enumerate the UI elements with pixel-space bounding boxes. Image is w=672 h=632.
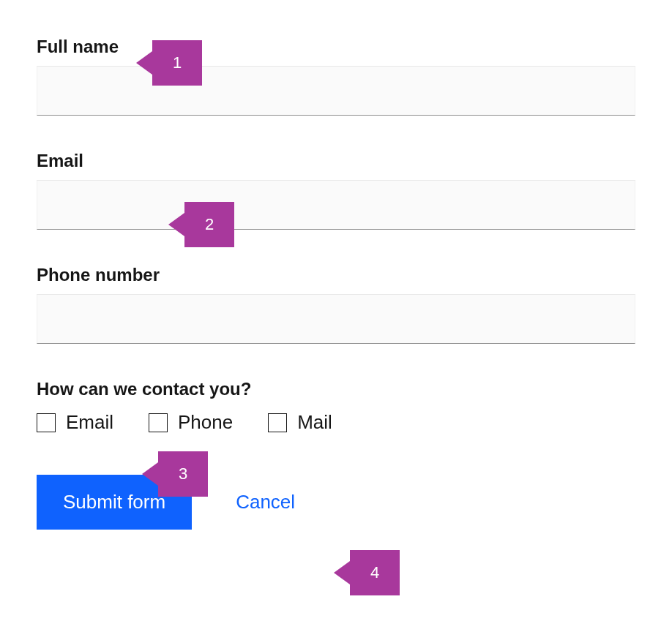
checkbox-label-email[interactable]: Email (66, 411, 113, 434)
checkbox-label-mail[interactable]: Mail (297, 411, 332, 434)
full-name-group: Full name (37, 37, 635, 116)
checkbox-label-phone[interactable]: Phone (178, 411, 233, 434)
phone-input[interactable] (37, 294, 635, 344)
contact-method-group: How can we contact you? Email Phone Mail (37, 379, 635, 434)
checkbox-phone[interactable] (149, 413, 168, 432)
email-label: Email (37, 151, 635, 171)
email-input[interactable] (37, 180, 635, 230)
checkbox-row: Email Phone Mail (37, 411, 635, 434)
phone-label: Phone number (37, 265, 635, 285)
cancel-button[interactable]: Cancel (236, 491, 295, 514)
checkbox-item-email: Email (37, 411, 113, 434)
button-row: Submit form Cancel (37, 475, 635, 530)
checkbox-email[interactable] (37, 413, 56, 432)
checkbox-item-phone: Phone (149, 411, 233, 434)
contact-method-label: How can we contact you? (37, 379, 635, 399)
full-name-input[interactable] (37, 66, 635, 116)
annotation-box: 4 (350, 550, 400, 595)
annotation-4: 4 (334, 550, 400, 595)
submit-button[interactable]: Submit form (37, 475, 192, 530)
email-group: Email (37, 151, 635, 230)
full-name-label: Full name (37, 37, 635, 57)
checkbox-item-mail: Mail (268, 411, 332, 434)
checkbox-mail[interactable] (268, 413, 287, 432)
phone-group: Phone number (37, 265, 635, 344)
annotation-arrow-icon (334, 561, 350, 584)
